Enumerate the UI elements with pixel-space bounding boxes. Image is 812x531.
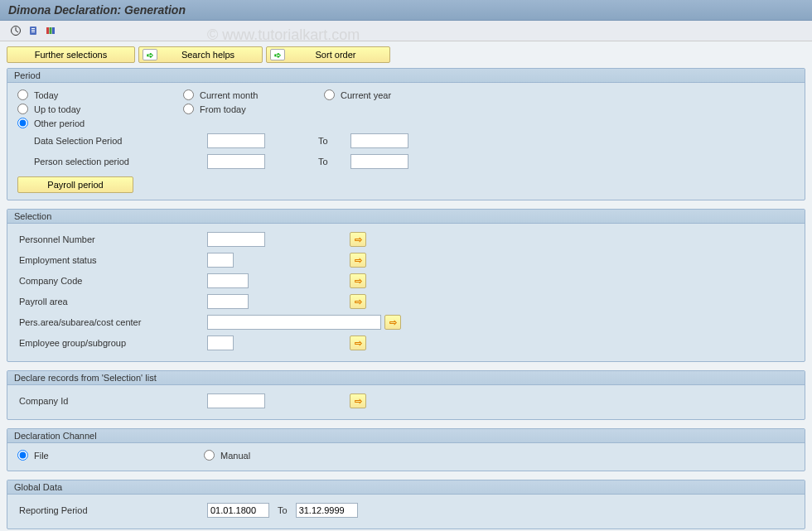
content-area: Further selections ➪ Search helps ➪ Sort… — [0, 41, 812, 531]
multiple-selection-button[interactable]: ⇨ — [350, 253, 366, 268]
radio-file[interactable]: File — [17, 450, 204, 461]
global-title: Global Data — [7, 480, 805, 495]
global-data-group: Global Data Reporting Period To — [7, 480, 805, 529]
employment-status-label: Employment status — [17, 255, 204, 265]
company-id-label: Company Id — [17, 396, 204, 406]
reporting-from-input[interactable] — [207, 503, 269, 518]
radio-manual-label: Manual — [220, 451, 250, 461]
svg-rect-4 — [31, 31, 35, 32]
radio-manual[interactable]: Manual — [204, 450, 250, 461]
data-selection-from-input[interactable] — [207, 133, 265, 148]
declare-group: Declare records from 'Selection' list Co… — [7, 370, 805, 420]
employee-group-label: Employee group/subgroup — [17, 338, 204, 348]
arrow-right-icon: ➪ — [270, 49, 285, 60]
company-code-label: Company Code — [17, 276, 204, 286]
to-label: To — [273, 505, 292, 515]
employment-status-input[interactable] — [207, 253, 234, 268]
radio-current-year-label: Current year — [341, 90, 391, 100]
personnel-number-input[interactable] — [207, 232, 265, 247]
sort-order-label: Sort order — [292, 50, 379, 60]
employee-group-input[interactable] — [207, 335, 234, 350]
person-selection-to-input[interactable] — [350, 154, 408, 169]
channel-group: Declaration Channel File Manual — [7, 428, 805, 471]
info-icon[interactable] — [26, 23, 41, 38]
personnel-number-label: Personnel Number — [17, 234, 204, 244]
multiple-selection-button[interactable]: ⇨ — [350, 393, 366, 408]
radio-current-year[interactable]: Current year — [324, 89, 448, 100]
to-label: To — [297, 157, 347, 167]
multiple-selection-button[interactable]: ⇨ — [384, 315, 401, 330]
palette-icon[interactable] — [43, 23, 58, 38]
reporting-period-label: Reporting Period — [17, 505, 204, 515]
payroll-area-label: Payroll area — [17, 297, 204, 307]
multiple-selection-button[interactable]: ⇨ — [350, 294, 366, 309]
person-selection-from-input[interactable] — [207, 154, 265, 169]
multiple-selection-button[interactable]: ⇨ — [350, 273, 366, 288]
radio-other-period[interactable]: Other period — [17, 118, 183, 128]
svg-rect-5 — [46, 27, 49, 34]
svg-rect-7 — [52, 27, 55, 34]
svg-rect-3 — [31, 30, 35, 31]
period-title: Period — [7, 69, 805, 83]
payroll-period-button[interactable]: Payroll period — [17, 176, 133, 193]
selection-group: Selection Personnel Number ⇨ Employment … — [7, 209, 805, 362]
svg-rect-2 — [31, 28, 35, 29]
radio-file-label: File — [34, 451, 49, 461]
radio-current-month-label: Current month — [200, 90, 258, 100]
search-helps-label: Search helps — [164, 50, 252, 60]
declare-title: Declare records from 'Selection' list — [7, 371, 805, 385]
multiple-selection-button[interactable]: ⇨ — [350, 232, 366, 247]
channel-title: Declaration Channel — [7, 429, 805, 443]
radio-up-to-today[interactable]: Up to today — [17, 104, 183, 114]
execute-icon[interactable] — [8, 23, 23, 38]
pers-area-label: Pers.area/subarea/cost center — [17, 317, 204, 327]
radio-other-period-label: Other period — [34, 118, 85, 128]
period-group: Period Today Current month Current year … — [7, 68, 805, 200]
payroll-area-input[interactable] — [207, 294, 249, 309]
further-selections-button[interactable]: Further selections — [7, 46, 135, 63]
radio-today-label: Today — [34, 90, 58, 100]
company-code-input[interactable] — [207, 273, 249, 288]
svg-rect-6 — [50, 27, 52, 34]
arrow-right-icon: ➪ — [143, 49, 157, 60]
data-selection-label: Data Selection Period — [17, 136, 204, 146]
toolbar — [0, 21, 812, 41]
radio-from-today[interactable]: From today — [183, 104, 324, 114]
person-selection-label: Person selection period — [17, 157, 204, 167]
page-title: Dimona Declaration: Generation — [0, 0, 812, 21]
radio-current-month[interactable]: Current month — [183, 89, 324, 100]
selection-title: Selection — [7, 210, 805, 224]
radio-up-to-today-label: Up to today — [34, 104, 80, 114]
radio-today[interactable]: Today — [17, 89, 183, 100]
search-helps-button[interactable]: ➪ Search helps — [138, 46, 263, 63]
reporting-to-input[interactable] — [296, 503, 358, 518]
to-label: To — [297, 136, 347, 146]
pers-area-input[interactable] — [207, 315, 381, 330]
radio-from-today-label: From today — [200, 104, 246, 114]
company-id-input[interactable] — [207, 393, 265, 408]
data-selection-to-input[interactable] — [350, 133, 408, 148]
multiple-selection-button[interactable]: ⇨ — [350, 335, 366, 350]
sort-order-button[interactable]: ➪ Sort order — [266, 46, 390, 63]
